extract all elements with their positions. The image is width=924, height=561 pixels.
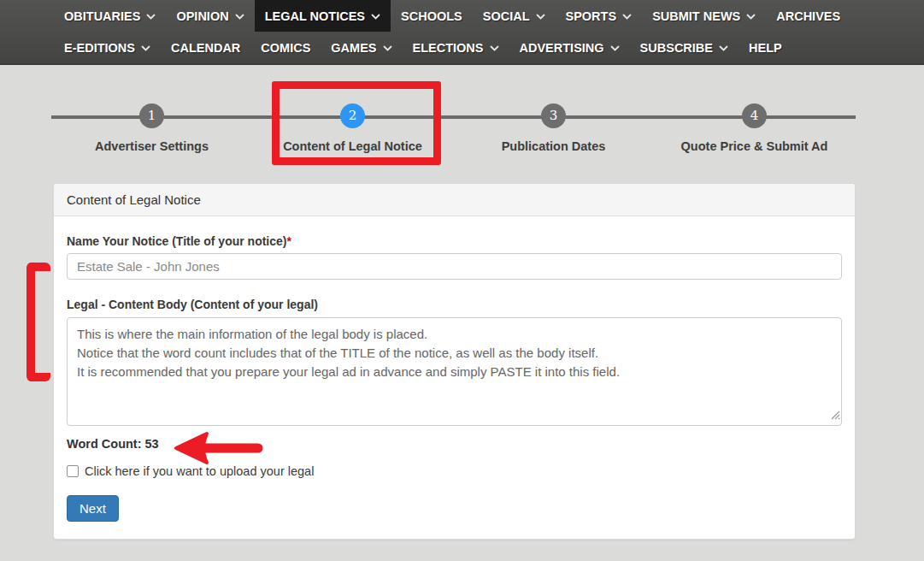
main-navigation: OBITUARIES OPINION LEGAL NOTICES SCHOOLS… — [0, 0, 924, 65]
step-number-badge: 2 — [340, 103, 365, 128]
nav-item-label: E-EDITIONS — [64, 41, 135, 55]
nav-item-label: SUBSCRIBE — [640, 41, 713, 55]
legal-body-textarea[interactable]: This is where the main information of th… — [67, 317, 842, 426]
chevron-down-icon — [719, 45, 728, 52]
content-of-legal-notice-panel: Content of Legal Notice Name Your Notice… — [53, 183, 856, 540]
required-asterisk: * — [286, 234, 291, 248]
step-label: Quote Price & Submit Ad — [654, 139, 855, 153]
nav-item-label: HELP — [749, 41, 782, 55]
chevron-down-icon — [610, 45, 620, 52]
chevron-down-icon — [371, 14, 380, 21]
nav-item-label: ELECTIONS — [413, 41, 484, 55]
nav-item-label: OPINION — [176, 9, 228, 23]
step-number-badge: 4 — [742, 103, 767, 128]
step-label: Content of Legal Notice — [252, 139, 453, 153]
chevron-down-icon — [746, 14, 756, 21]
nav-item-comics[interactable]: COMICS — [250, 32, 321, 63]
nav-item-games[interactable]: GAMES — [321, 32, 402, 63]
nav-item-label: ARCHIVES — [776, 9, 840, 23]
nav-item-subscribe[interactable]: SUBSCRIBE — [630, 32, 739, 63]
chevron-down-icon — [141, 45, 150, 52]
nav-item-label: LEGAL NOTICES — [265, 9, 365, 23]
nav-item-label: SUBMIT NEWS — [652, 9, 740, 23]
word-count: Word Count: 53 — [67, 437, 842, 451]
word-count-value: 53 — [145, 437, 159, 451]
nav-item-label: SCHOOLS — [401, 9, 462, 23]
notice-title-input[interactable] — [67, 253, 842, 280]
nav-item-e-editions[interactable]: E-EDITIONS — [54, 32, 161, 63]
nav-item-schools[interactable]: SCHOOLS — [391, 0, 473, 32]
step-number-badge: 1 — [139, 103, 164, 128]
step-wizard: 1 Advertiser Settings 2 Content of Legal… — [0, 65, 924, 176]
nav-item-obituaries[interactable]: OBITUARIES — [54, 0, 166, 32]
wizard-step-2-content-of-legal-notice[interactable]: 2 Content of Legal Notice — [252, 65, 453, 153]
nav-item-legal-notices[interactable]: LEGAL NOTICES — [255, 0, 391, 32]
nav-row-1: OBITUARIES OPINION LEGAL NOTICES SCHOOLS… — [0, 0, 924, 32]
nav-item-label: GAMES — [331, 41, 376, 55]
nav-item-sports[interactable]: SPORTS — [556, 0, 643, 32]
step-number-badge: 3 — [541, 103, 566, 128]
upload-legal-checkbox-label[interactable]: Click here if you want to upload your le… — [85, 464, 314, 478]
wizard-step-3-publication-dates[interactable]: 3 Publication Dates — [453, 65, 654, 153]
nav-item-elections[interactable]: ELECTIONS — [403, 32, 509, 63]
step-label: Advertiser Settings — [51, 139, 252, 153]
word-count-label: Word Count: — [67, 437, 142, 451]
nav-item-submit-news[interactable]: SUBMIT NEWS — [642, 0, 766, 32]
chevron-down-icon — [490, 45, 499, 52]
chevron-down-icon — [235, 14, 244, 21]
legal-body-textarea-wrapper: This is where the main information of th… — [67, 317, 842, 426]
nav-item-label: OBITUARIES — [64, 9, 140, 23]
nav-item-label: CALENDAR — [171, 41, 240, 55]
nav-item-help[interactable]: HELP — [739, 32, 792, 63]
wizard-step-1-advertiser-settings[interactable]: 1 Advertiser Settings — [51, 65, 252, 153]
nav-item-advertising[interactable]: ADVERTISING — [509, 32, 630, 63]
nav-item-label: COMICS — [261, 41, 310, 55]
next-button[interactable]: Next — [67, 495, 119, 522]
nav-item-label: ADVERTISING — [520, 41, 604, 55]
chevron-down-icon — [146, 14, 156, 21]
nav-item-social[interactable]: SOCIAL — [473, 0, 556, 32]
notice-title-label: Name Your Notice (Title of your notice)* — [67, 234, 842, 248]
nav-item-archives[interactable]: ARCHIVES — [766, 0, 850, 32]
legal-body-label: Legal - Content Body (Content of your le… — [67, 298, 842, 311]
step-label: Publication Dates — [453, 139, 654, 153]
panel-body: Name Your Notice (Title of your notice)*… — [54, 234, 855, 522]
upload-legal-checkbox-row: Click here if you want to upload your le… — [67, 464, 842, 478]
upload-legal-checkbox[interactable] — [67, 465, 79, 477]
nav-item-label: SOCIAL — [483, 9, 530, 23]
nav-row-2: E-EDITIONS CALENDAR COMICS GAMES ELECTIO… — [0, 32, 924, 63]
panel-title: Content of Legal Notice — [54, 184, 855, 216]
annotation-bracket-form-fields — [26, 263, 50, 381]
page: OBITUARIES OPINION LEGAL NOTICES SCHOOLS… — [0, 0, 924, 561]
nav-item-calendar[interactable]: CALENDAR — [161, 32, 250, 63]
chevron-down-icon — [536, 14, 545, 21]
chevron-down-icon — [383, 45, 392, 52]
nav-item-label: SPORTS — [566, 9, 617, 23]
wizard-step-4-quote-price-submit-ad[interactable]: 4 Quote Price & Submit Ad — [654, 65, 855, 153]
nav-item-opinion[interactable]: OPINION — [166, 0, 254, 32]
notice-title-label-text: Name Your Notice (Title of your notice) — [67, 234, 286, 248]
chevron-down-icon — [622, 14, 632, 21]
